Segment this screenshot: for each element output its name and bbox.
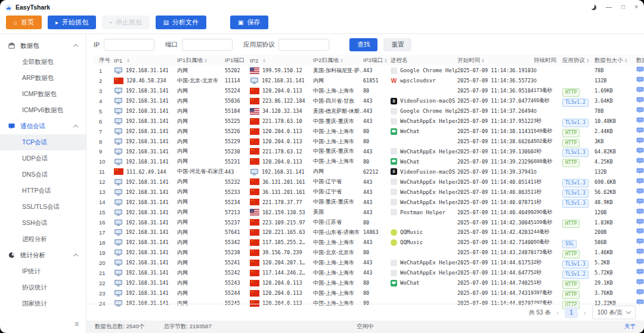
message-bubble-icon[interactable] bbox=[636, 279, 644, 286]
message-bubble-icon[interactable] bbox=[636, 269, 644, 276]
sidebar-item-icmp-packets[interactable]: ICMP数据包 bbox=[0, 86, 86, 102]
sidebar-item-icmpv6-packets[interactable]: ICMPv6数据包 bbox=[0, 102, 86, 118]
analyze-file-button[interactable]: ▤分析文件 bbox=[156, 16, 206, 29]
column-header[interactable]: 应用协议 bbox=[562, 57, 595, 64]
table-row[interactable]: 21192.168.31.141内网55242117.144.246.2…中国-… bbox=[94, 268, 644, 278]
message-bubble-icon[interactable] bbox=[636, 238, 644, 245]
message-bubble-icon[interactable] bbox=[636, 158, 644, 165]
sidebar-collapse-icon[interactable]: ≡ bbox=[75, 320, 79, 328]
sidebar-item-country-stats[interactable]: 国家统计 bbox=[0, 295, 86, 312]
message-bubble-icon[interactable] bbox=[636, 137, 644, 144]
table-row[interactable]: 14192.168.31.141内网55234221.178.37.77中国-重… bbox=[94, 197, 644, 207]
sidebar-item-protocol-stats[interactable]: 协议统计 bbox=[0, 279, 86, 295]
message-bubble-icon[interactable] bbox=[636, 188, 644, 195]
column-header[interactable]: IP2端口 bbox=[363, 57, 391, 64]
sidebar-item-tcp-sessions[interactable]: TCP会话 bbox=[0, 134, 86, 150]
message-bubble-icon[interactable] bbox=[636, 168, 644, 175]
sidebar-item-ssl-tls-sessions[interactable]: SSL/TLS会话 bbox=[0, 199, 86, 215]
table-row[interactable]: 17192.168.31.141内网57641120.221.165.63中国-… bbox=[94, 227, 644, 238]
close-button[interactable]: × bbox=[634, 4, 638, 10]
sidebar-item-udp-sessions[interactable]: UDP会话 bbox=[0, 150, 86, 166]
message-bubble-icon[interactable] bbox=[636, 248, 644, 255]
sidebar-item-arp-packets[interactable]: ARP数据包 bbox=[0, 70, 86, 86]
message-bubble-icon[interactable] bbox=[636, 76, 644, 84]
sort-icon[interactable] bbox=[127, 58, 129, 63]
sort-icon[interactable] bbox=[587, 58, 589, 63]
table-row[interactable]: 20192.168.31.141内网55241120.204.207.1…中国-… bbox=[94, 258, 644, 268]
table-row[interactable]: 11111.62.49.144中国-河北省-石家庄…443192.168.31.… bbox=[94, 166, 644, 177]
sidebar-group-stats[interactable]: 统计分析 bbox=[0, 247, 86, 263]
table-row[interactable]: 7192.168.31.141内网55226120.204.0.113中国-上海… bbox=[94, 127, 644, 137]
table-row[interactable]: 16192.168.31.141内网55237223.109.215.97中国-… bbox=[94, 217, 644, 227]
table-row[interactable]: 1192.168.31.141内网55202199.59.150.12美国-加利… bbox=[94, 66, 644, 76]
message-bubble-icon[interactable] bbox=[636, 289, 644, 296]
table-row[interactable]: 4192.168.31.141内网55036223.86.122.184中国-四… bbox=[94, 96, 644, 106]
message-bubble-icon[interactable] bbox=[636, 198, 644, 205]
sidebar-item-http-sessions[interactable]: HTTP会话 bbox=[0, 183, 86, 199]
table-row[interactable]: 5192.168.31.141内网5518434.120.32.134美国-德克… bbox=[94, 106, 644, 116]
table-row[interactable]: 3192.168.31.141内网55224120.204.0.113中国-上海… bbox=[94, 86, 644, 96]
home-button[interactable]: ⌂首页 bbox=[6, 16, 42, 29]
start-capture-button[interactable]: ▸开始抓包 bbox=[48, 16, 96, 29]
table-row[interactable]: 8192.168.31.141内网55229120.204.0.113中国-上海… bbox=[94, 137, 644, 147]
table-row[interactable]: 6192.168.31.141内网55225221.178.63.10中国-重庆… bbox=[94, 116, 644, 127]
column-header[interactable]: IP1归属地 bbox=[177, 57, 225, 64]
sort-icon[interactable] bbox=[205, 58, 207, 63]
table-row[interactable]: 13192.168.31.141内网5523336.131.201.161中国-… bbox=[94, 187, 644, 197]
message-bubble-icon[interactable] bbox=[636, 218, 644, 226]
moon-icon[interactable] bbox=[591, 5, 596, 10]
message-bubble-icon[interactable] bbox=[636, 258, 644, 266]
message-bubble-icon[interactable] bbox=[636, 147, 644, 155]
message-bubble-icon[interactable] bbox=[636, 87, 644, 94]
table-row[interactable]: 18192.168.31.141内网55342117.185.255.2…中国-… bbox=[94, 238, 644, 248]
message-bubble-icon[interactable] bbox=[636, 97, 644, 104]
table-row[interactable]: 23192.168.31.141内网55244120.204.0.113中国-上… bbox=[94, 288, 644, 298]
page-number-button[interactable]: 1 bbox=[565, 307, 578, 318]
table-row[interactable]: 12192.168.31.141内网5523236.131.201.161中国-… bbox=[94, 177, 644, 187]
message-bubble-icon[interactable] bbox=[636, 107, 644, 114]
sort-icon[interactable] bbox=[385, 58, 387, 63]
save-button[interactable]: ▣保存 bbox=[230, 16, 268, 29]
ip1-port: 55231 bbox=[225, 159, 250, 165]
sidebar-item-all-packets[interactable]: 全部数据包 bbox=[0, 54, 86, 70]
table-row[interactable]: 2120.46.58.234中国-北京-北京市11114192.168.31.1… bbox=[94, 76, 644, 86]
sidebar-item-ip-stats[interactable]: IP统计 bbox=[0, 263, 86, 279]
column-header[interactable]: IP1 bbox=[114, 57, 177, 64]
sort-icon[interactable] bbox=[263, 58, 265, 63]
next-page-button[interactable]: › bbox=[583, 309, 587, 316]
about-link[interactable]: 关于 bbox=[624, 323, 636, 331]
port-filter-input[interactable] bbox=[182, 39, 233, 51]
table-row[interactable]: 9192.168.31.141内网55230221.178.63.12中国-重庆… bbox=[94, 147, 644, 157]
page-size-select[interactable]: 100 条/页 bbox=[592, 306, 636, 319]
sort-icon[interactable] bbox=[482, 58, 484, 63]
sort-icon[interactable] bbox=[625, 58, 627, 63]
column-header[interactable]: 数据包大小 bbox=[595, 57, 629, 64]
table-row[interactable]: 15192.168.31.141内网57213162.159.130.53美国4… bbox=[94, 207, 644, 217]
table-row[interactable]: 19192.168.31.141内网5523839.156.70.239中国-北… bbox=[94, 248, 644, 258]
sidebar-item-process-analysis[interactable]: 进程分析 bbox=[0, 231, 86, 247]
sidebar-group-packets[interactable]: 数据包 bbox=[0, 38, 86, 54]
maximize-button[interactable]: □ bbox=[621, 4, 625, 10]
prev-page-button[interactable]: ‹ bbox=[555, 309, 560, 316]
sidebar-item-ssh-sessions[interactable]: SSH会话 bbox=[0, 215, 86, 231]
message-bubble-icon[interactable] bbox=[636, 127, 644, 134]
table-row[interactable]: 10192.168.31.141内网55231120.204.0.113中国-上… bbox=[94, 156, 644, 166]
sort-icon[interactable] bbox=[340, 58, 343, 63]
message-bubble-icon[interactable] bbox=[636, 117, 644, 124]
column-header[interactable]: IP2归属地 bbox=[313, 57, 363, 64]
column-header[interactable]: IP2 bbox=[250, 57, 313, 64]
reset-button[interactable]: 重置 bbox=[383, 38, 411, 51]
message-bubble-icon[interactable] bbox=[636, 66, 644, 73]
sidebar-group-sessions[interactable]: 通信会话 bbox=[0, 118, 86, 134]
search-button[interactable]: 查找 bbox=[349, 38, 377, 51]
ip-filter-input[interactable] bbox=[104, 39, 154, 51]
column-header[interactable]: 开始时间 bbox=[457, 57, 534, 64]
packet-total-status: 数据包总数: 2540个 bbox=[95, 323, 144, 331]
sidebar-item-dns-sessions[interactable]: DNS会话 bbox=[0, 166, 86, 183]
message-bubble-icon[interactable] bbox=[636, 178, 644, 185]
message-bubble-icon[interactable] bbox=[636, 228, 644, 235]
protocol-filter-input[interactable] bbox=[278, 39, 329, 51]
message-bubble-icon[interactable] bbox=[636, 208, 644, 215]
table-row[interactable]: 22192.168.31.141内网55243120.204.0.113中国-上… bbox=[94, 278, 644, 288]
minimize-button[interactable]: — bbox=[606, 4, 612, 10]
